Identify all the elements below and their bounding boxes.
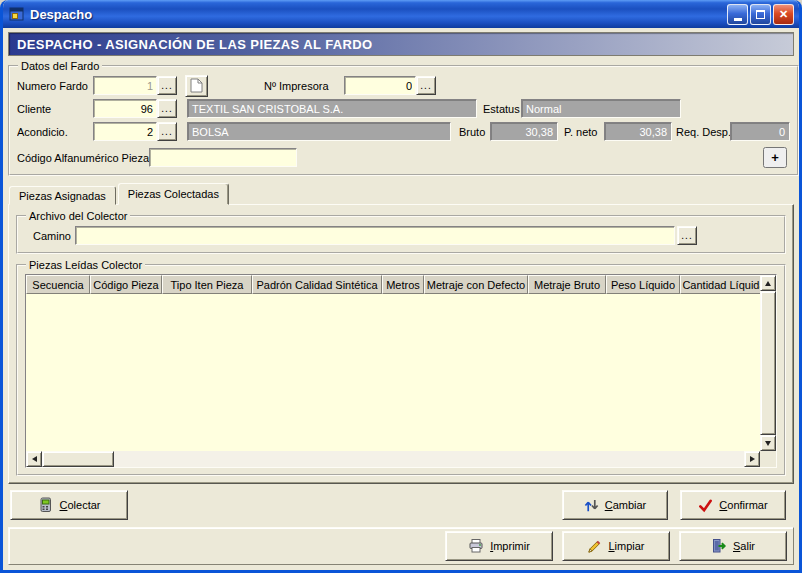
scrollbar-corner [760, 451, 776, 467]
grid-header: SecuenciaCódigo PiezaTipo Iten PiezaPadr… [26, 275, 760, 294]
grid-column-header[interactable]: Metraje con Defecto [424, 275, 528, 294]
bruto-label: Bruto [459, 126, 487, 138]
tabstrip: Piezas Asignadas Piezas Colectadas [8, 183, 794, 205]
impresora-label: Nº Impresora [264, 80, 344, 92]
bruto-field: 30,38 [490, 122, 558, 141]
colectar-button[interactable]: Colectar [10, 490, 128, 520]
cambiar-label: Cambiar [605, 499, 647, 511]
exit-door-icon [711, 538, 727, 554]
bottom-bar: Imprimir Limpiar [8, 527, 794, 565]
grid-body[interactable] [26, 294, 760, 451]
horizontal-scroll-thumb[interactable] [42, 451, 114, 467]
pneto-label: P. neto [564, 126, 602, 138]
grid-column-header[interactable]: Código Pieza [90, 275, 162, 294]
estatus-field: Normal [521, 99, 681, 118]
archivo-colector-group: Archivo del Colector Camino ... [16, 210, 786, 254]
grid-column-header[interactable]: Cantidad Líquida [680, 275, 760, 294]
datos-fardo-legend: Datos del Fardo [18, 60, 102, 72]
colectar-label: Colectar [60, 499, 101, 511]
acondicio-code-input[interactable] [93, 122, 157, 141]
grid-column-header[interactable]: Secuencia [26, 275, 90, 294]
grid-column-header[interactable]: Metraje Bruto [528, 275, 606, 294]
camino-browse-button[interactable]: ... [677, 226, 697, 245]
pencil-icon [587, 539, 602, 554]
impresora-browse-button[interactable]: ... [416, 76, 436, 95]
arrow-right-icon [750, 456, 755, 462]
new-document-icon [190, 78, 203, 93]
reqdesp-label: Req. Desp. [676, 126, 730, 138]
window-body: DESPACHO - ASIGNACIÓN DE LAS PIEZAS AL F… [3, 28, 799, 570]
action-button-row: Colectar Cambiar Confirmar [10, 490, 792, 520]
swap-arrows-icon [584, 498, 599, 513]
pneto-field: 30,38 [604, 122, 672, 141]
row-cliente: Cliente ... TEXTIL SAN CRISTOBAL S.A. Es… [17, 98, 790, 119]
cliente-name-field: TEXTIL SAN CRISTOBAL S.A. [187, 99, 477, 118]
cliente-code-input[interactable] [93, 99, 157, 118]
minimize-button[interactable] [727, 4, 748, 25]
cambiar-button[interactable]: Cambiar [562, 490, 668, 520]
collector-icon [38, 497, 54, 513]
camino-label: Camino [33, 230, 75, 242]
row-codigo-pieza: Código Alfanumérico Pieza + [17, 147, 790, 168]
salir-label: Salir [733, 540, 755, 552]
scroll-down-button[interactable] [760, 435, 776, 451]
grid-column-header[interactable]: Tipo Iten Pieza [162, 275, 252, 294]
tab-piezas-asignadas[interactable]: Piezas Asignadas [9, 186, 116, 205]
piezas-leidas-group: Piezas Leídas Colector SecuenciaCódigo P… [16, 259, 786, 476]
checkmark-icon [698, 498, 713, 513]
arrow-down-icon [765, 441, 771, 446]
app-icon[interactable] [9, 6, 25, 22]
tab-panel: Archivo del Colector Camino ... Piezas L… [8, 204, 794, 484]
piezas-leidas-legend: Piezas Leídas Colector [26, 259, 145, 271]
grid-column-header[interactable]: Metros [382, 275, 424, 294]
scroll-right-button[interactable] [744, 451, 760, 467]
new-document-button[interactable] [185, 75, 208, 97]
cliente-label: Cliente [17, 103, 93, 115]
numero-fardo-label: Numero Fardo [17, 80, 93, 92]
codigo-pieza-input[interactable] [149, 148, 297, 167]
titlebar[interactable]: Despacho ✕ [3, 0, 799, 28]
numero-fardo-input[interactable] [93, 76, 157, 95]
acondicio-name-field: BOLSA [187, 122, 451, 141]
confirmar-label: Confirmar [719, 499, 767, 511]
numero-fardo-browse-button[interactable]: ... [157, 76, 177, 95]
grid-column-header[interactable]: Peso Líquido [606, 275, 680, 294]
limpiar-label: Limpiar [608, 540, 644, 552]
confirmar-button[interactable]: Confirmar [680, 490, 786, 520]
tab-piezas-colectadas[interactable]: Piezas Colectadas [118, 183, 229, 205]
scroll-up-button[interactable] [760, 275, 776, 291]
maximize-icon [756, 10, 765, 19]
row-acondicio: Acondicio. ... BOLSA Bruto 30,38 P. neto… [17, 121, 790, 142]
scroll-left-button[interactable] [26, 451, 42, 467]
arrow-left-icon [32, 456, 37, 462]
close-icon: ✕ [779, 8, 788, 21]
camino-input[interactable] [75, 226, 675, 245]
estatus-label: Estatus [483, 103, 521, 115]
vertical-scroll-thumb[interactable] [760, 291, 776, 435]
salir-button[interactable]: Salir [679, 531, 787, 561]
impresora-input[interactable] [344, 76, 416, 95]
acondicio-browse-button[interactable]: ... [157, 122, 177, 141]
piezas-grid: SecuenciaCódigo PiezaTipo Iten PiezaPadr… [25, 274, 777, 468]
page-title: DESPACHO - ASIGNACIÓN DE LAS PIEZAS AL F… [8, 32, 794, 56]
add-button[interactable]: + [763, 147, 787, 168]
maximize-button[interactable] [750, 4, 771, 25]
datos-fardo-group: Datos del Fardo Numero Fardo ... Nº Impr… [8, 60, 799, 176]
vertical-scrollbar[interactable] [760, 275, 776, 451]
vertical-scroll-track[interactable] [760, 291, 776, 435]
reqdesp-field: 0 [730, 122, 790, 141]
close-button[interactable]: ✕ [773, 4, 794, 25]
grid-column-header[interactable]: Padrón Calidad Sintética [252, 275, 382, 294]
minimize-icon [734, 18, 742, 21]
printer-icon [468, 538, 484, 554]
row-numero-fardo: Numero Fardo ... Nº Impresora ... [17, 75, 790, 96]
acondicio-label: Acondicio. [17, 126, 93, 138]
horizontal-scrollbar[interactable] [26, 451, 760, 467]
horizontal-scroll-track[interactable] [42, 451, 744, 467]
archivo-colector-legend: Archivo del Colector [26, 210, 130, 222]
imprimir-label: Imprimir [490, 540, 530, 552]
row-camino: Camino ... [25, 225, 777, 246]
imprimir-button[interactable]: Imprimir [445, 531, 553, 561]
limpiar-button[interactable]: Limpiar [562, 531, 670, 561]
cliente-browse-button[interactable]: ... [157, 99, 177, 118]
